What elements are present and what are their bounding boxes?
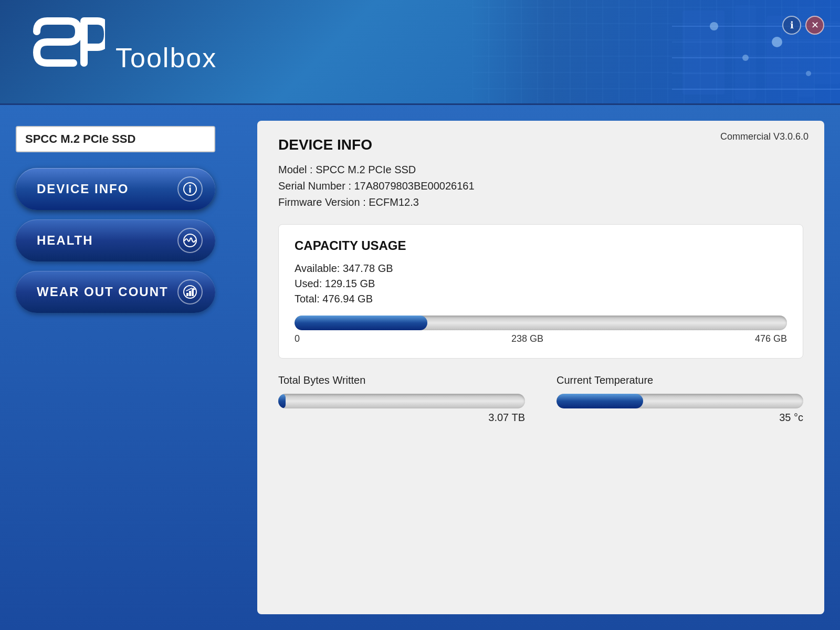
svg-point-13 <box>806 71 811 76</box>
health-icon <box>177 228 203 253</box>
tbw-title: Total Bytes Written <box>278 374 525 386</box>
temp-progress-bg <box>556 394 803 408</box>
device-info-section: DEVICE INFO Model : SPCC M.2 PCIe SSD Se… <box>278 136 803 208</box>
nav-device-info-button[interactable]: DEVICE INFO <box>16 168 215 210</box>
svg-rect-21 <box>192 289 194 296</box>
sp-logo-icon <box>32 16 105 84</box>
nav-buttons: DEVICE INFO HEALTH <box>16 168 257 313</box>
wear-out-count-icon <box>177 279 203 304</box>
close-button[interactable]: ✕ <box>805 16 824 35</box>
serial-line: Serial Number : 17A8079803BE00026161 <box>278 180 803 192</box>
capacity-usage-title: CAPACITY USAGE <box>295 238 787 253</box>
capacity-progress-bg <box>295 316 787 330</box>
temp-value: 35 °c <box>556 412 803 424</box>
capacity-progress-container: 0 238 GB 476 GB <box>295 316 787 344</box>
nav-device-info-label: DEVICE INFO <box>37 182 129 196</box>
total-bytes-written-block: Total Bytes Written 3.07 TB <box>278 374 525 424</box>
content-panel: Commercial V3.0.6.0 DEVICE INFO Model : … <box>257 121 824 614</box>
bottom-stats: Total Bytes Written 3.07 TB Current Temp… <box>278 374 803 424</box>
tbw-progress-bg <box>278 394 525 408</box>
tbw-value: 3.07 TB <box>278 412 525 424</box>
temp-title: Current Temperature <box>556 374 803 386</box>
svg-point-12 <box>772 37 782 47</box>
sidebar: SPCC M.2 PCIe SSD DEVICE INFO HEALTH <box>16 121 257 614</box>
header: Toolbox ℹ ✕ <box>0 0 840 105</box>
window-controls: ℹ ✕ <box>782 16 824 35</box>
tbw-progress-fill <box>278 394 286 408</box>
svg-rect-20 <box>189 291 191 296</box>
nav-wear-out-count-button[interactable]: WEAR OUT COUNT <box>16 271 215 313</box>
total-stat: Total: 476.94 GB <box>295 293 787 305</box>
device-selector[interactable]: SPCC M.2 PCIe SSD <box>16 126 215 152</box>
capacity-label-mid: 238 GB <box>511 333 543 344</box>
svg-point-11 <box>742 55 749 61</box>
toolbox-label: Toolbox <box>116 26 217 74</box>
capacity-label-end: 476 GB <box>755 333 787 344</box>
svg-rect-19 <box>186 293 188 296</box>
nav-health-label: HEALTH <box>37 233 93 248</box>
capacity-usage-card: CAPACITY USAGE Available: 347.78 GB Used… <box>278 224 803 359</box>
temp-progress-fill <box>556 394 643 408</box>
main-content: SPCC M.2 PCIe SSD DEVICE INFO HEALTH <box>0 105 840 630</box>
app-logo: Toolbox <box>32 16 217 84</box>
version-badge: Commercial V3.0.6.0 <box>720 131 808 142</box>
capacity-label-start: 0 <box>295 333 300 344</box>
available-stat: Available: 347.78 GB <box>295 262 787 275</box>
nav-wear-out-count-label: WEAR OUT COUNT <box>37 285 169 299</box>
svg-rect-15 <box>190 187 191 193</box>
svg-point-10 <box>710 22 718 30</box>
svg-point-16 <box>189 185 191 187</box>
current-temperature-block: Current Temperature 35 °c <box>556 374 803 424</box>
svg-rect-0 <box>682 10 724 94</box>
capacity-progress-fill <box>295 316 427 330</box>
used-stat: Used: 129.15 GB <box>295 278 787 290</box>
nav-health-button[interactable]: HEALTH <box>16 219 215 261</box>
info-button[interactable]: ℹ <box>782 16 801 35</box>
firmware-line: Firmware Version : ECFM12.3 <box>278 196 803 208</box>
svg-rect-1 <box>735 5 756 100</box>
capacity-progress-labels: 0 238 GB 476 GB <box>295 333 787 344</box>
device-info-icon <box>177 176 203 202</box>
model-line: Model : SPCC M.2 PCIe SSD <box>278 164 803 176</box>
